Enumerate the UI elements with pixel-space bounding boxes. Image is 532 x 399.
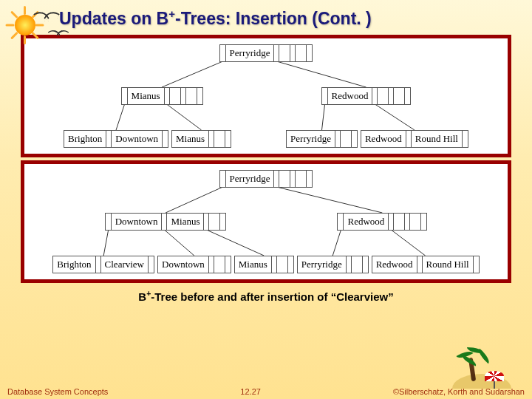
caption-pre: B xyxy=(138,290,146,303)
bird-icon xyxy=(35,10,58,19)
tree-leaf-node: Perryridge xyxy=(297,256,369,273)
tree-after-frame: Perryridge Downtown Mianus Redwood Br xyxy=(21,160,511,283)
slide-title: Updates on B+-Trees: Insertion (Cont. ) xyxy=(0,0,532,33)
tree-key: Round Hill xyxy=(423,256,473,273)
tree-key: Brighton xyxy=(64,131,106,147)
footer-page-number: 12.27 xyxy=(108,387,393,396)
tree-root-node: Perryridge xyxy=(219,170,313,188)
tree-row-leaves: Brighton Clearview Downtown Mianus Perry… xyxy=(29,256,503,273)
tree-before: Perryridge Mianus Redwood Brighton Downt… xyxy=(29,44,503,148)
tree-key: Redwood xyxy=(328,88,372,104)
tree-key: Redwood xyxy=(372,256,417,273)
tree-key: Downtown xyxy=(112,131,162,147)
svg-line-5 xyxy=(375,104,415,130)
tree-key: Perryridge xyxy=(226,171,274,187)
tree-key: Redwood xyxy=(361,131,406,147)
svg-line-9 xyxy=(164,230,194,256)
tree-internal-node: Redwood xyxy=(321,87,412,105)
tree-key: Mianus xyxy=(128,88,164,104)
svg-line-3 xyxy=(167,104,202,130)
sun-icon xyxy=(4,4,40,40)
svg-line-11 xyxy=(332,230,341,256)
tree-key: Brighton xyxy=(53,256,95,273)
svg-line-1 xyxy=(276,61,366,87)
tree-key: Downtown xyxy=(158,256,208,273)
tree-key: Perryridge xyxy=(226,45,274,61)
tree-leaf-node: Brighton Downtown xyxy=(64,130,168,148)
tree-leaf-node: Mianus xyxy=(171,130,231,148)
caption: B+-Tree before and after insertion of “C… xyxy=(0,289,532,303)
tree-leaf-node: Downtown xyxy=(157,256,231,273)
svg-line-0 xyxy=(162,61,222,87)
footer-left: Database System Concepts xyxy=(7,387,108,396)
svg-line-8 xyxy=(103,230,109,256)
palm-decoration xyxy=(452,344,511,389)
title-superscript: + xyxy=(168,7,175,20)
tree-root-node: Perryridge xyxy=(219,44,313,62)
footer: Database System Concepts 12.27 ©Silbersc… xyxy=(7,387,525,396)
tree-key: Perryridge xyxy=(287,131,335,147)
footer-copyright: ©Silberschatz, Korth and Sudarshan xyxy=(393,387,525,396)
svg-line-12 xyxy=(391,230,425,256)
tree-leaf-node: Brighton Clearview xyxy=(52,256,154,273)
tree-key: Mianus xyxy=(167,214,203,230)
bird-icon xyxy=(50,29,67,36)
tree-leaf-node: Redwood Round Hill xyxy=(372,256,480,273)
caption-post: -Tree before and after insertion of “Cle… xyxy=(151,290,393,303)
tree-leaf-node: Redwood Round Hill xyxy=(361,130,468,148)
tree-key: Perryridge xyxy=(298,256,346,273)
tree-internal-node: Redwood xyxy=(337,213,427,231)
svg-line-2 xyxy=(116,104,125,130)
tree-key: Redwood xyxy=(344,214,388,230)
title-post: -Trees: Insertion (Cont. ) xyxy=(175,9,372,28)
svg-line-10 xyxy=(206,230,264,256)
tree-key: Round Hill xyxy=(412,131,462,147)
svg-line-7 xyxy=(276,187,382,213)
tree-leaf-node: Perryridge xyxy=(286,130,358,148)
tree-after: Perryridge Downtown Mianus Redwood Br xyxy=(29,170,503,273)
svg-line-4 xyxy=(322,104,325,130)
tree-internal-node: Downtown Mianus xyxy=(105,213,227,231)
tree-internal-node: Mianus xyxy=(121,87,203,105)
tree-before-frame: Perryridge Mianus Redwood Brighton Downt… xyxy=(21,35,511,157)
tree-key: Mianus xyxy=(172,131,208,147)
tree-key: Mianus xyxy=(235,256,271,273)
tree-key: Clearview xyxy=(101,256,148,273)
tree-key: Downtown xyxy=(112,214,162,230)
tree-leaf-node: Mianus xyxy=(234,256,294,273)
title-pre: Updates on B xyxy=(59,9,168,28)
svg-line-6 xyxy=(166,187,222,213)
